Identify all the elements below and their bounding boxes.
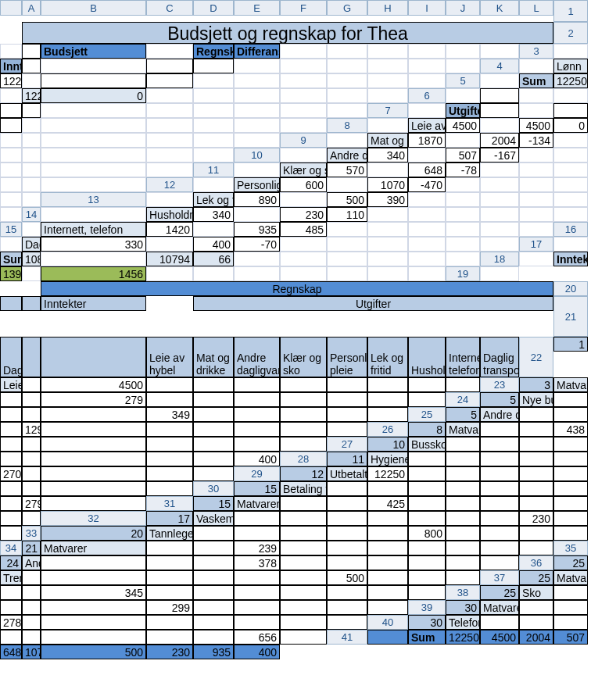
- trans-val[interactable]: [519, 600, 553, 615]
- cell[interactable]: [367, 207, 408, 222]
- trans-label[interactable]: Hygieneartikler: [367, 452, 408, 466]
- cell[interactable]: [408, 44, 446, 59]
- trans-val[interactable]: [480, 511, 519, 526]
- cell[interactable]: [280, 59, 327, 73]
- spreadsheet-grid[interactable]: ABCDEFGHIJKL1Budsjett og regnskap for Th…: [0, 0, 616, 659]
- row-header[interactable]: 33: [22, 526, 41, 541]
- trans-val[interactable]: [22, 615, 41, 630]
- col-header[interactable]: [0, 0, 22, 16]
- trans-val[interactable]: [446, 570, 480, 585]
- cell[interactable]: [327, 59, 367, 73]
- trans-sum-val[interactable]: 2004: [519, 630, 553, 645]
- cell[interactable]: [367, 118, 408, 133]
- regnskap-val[interactable]: 1456: [41, 266, 146, 281]
- trans-label[interactable]: Matvarer: [553, 377, 588, 392]
- trans-val[interactable]: 278: [0, 615, 22, 630]
- col-label[interactable]: Daglig transport: [480, 337, 519, 377]
- trans-val[interactable]: [146, 585, 193, 600]
- trans-val[interactable]: [553, 615, 588, 630]
- diff-val[interactable]: -70: [234, 237, 280, 252]
- row-header[interactable]: 18: [480, 252, 519, 266]
- trans-val[interactable]: [327, 481, 367, 496]
- cell[interactable]: [41, 118, 146, 133]
- cell[interactable]: [22, 162, 41, 177]
- row-header[interactable]: 4: [480, 59, 519, 73]
- trans-val[interactable]: [446, 466, 480, 481]
- trans-val[interactable]: [327, 511, 367, 526]
- col-header[interactable]: G: [327, 0, 367, 16]
- trans-val[interactable]: [553, 600, 588, 615]
- cell[interactable]: [553, 192, 588, 207]
- cell[interactable]: [0, 148, 22, 162]
- trans-val[interactable]: [41, 437, 146, 452]
- cell[interactable]: [22, 73, 41, 88]
- trans-val[interactable]: [367, 377, 408, 392]
- col-label[interactable]: [22, 337, 41, 377]
- cell[interactable]: [408, 73, 446, 88]
- cell[interactable]: [480, 207, 519, 222]
- row-header[interactable]: 11: [193, 162, 234, 177]
- trans-val[interactable]: [519, 452, 553, 466]
- trans-val[interactable]: [480, 481, 519, 496]
- budget-label[interactable]: Personlig pleie: [234, 177, 280, 192]
- trans-val[interactable]: [480, 541, 519, 555]
- trans-val[interactable]: [553, 496, 588, 511]
- trans-val[interactable]: [327, 422, 367, 437]
- diff-val[interactable]: [193, 59, 234, 73]
- trans-label[interactable]: Tannlege: [146, 526, 193, 541]
- trans-val[interactable]: [146, 570, 193, 585]
- regnskap-val[interactable]: 1070: [367, 177, 408, 192]
- cell[interactable]: [41, 103, 146, 118]
- trans-val[interactable]: [0, 496, 22, 511]
- trans-val[interactable]: [22, 466, 41, 481]
- cell[interactable]: [367, 266, 408, 281]
- trans-val[interactable]: [280, 585, 327, 600]
- budget-label[interactable]: Sum: [0, 252, 22, 266]
- trans-label[interactable]: Matvarer: [446, 422, 480, 437]
- regnskap-val[interactable]: 230: [280, 207, 327, 222]
- cell[interactable]: [408, 266, 446, 281]
- cell[interactable]: [446, 237, 480, 252]
- trans-val[interactable]: [553, 452, 588, 466]
- regnskap-val[interactable]: 507: [446, 148, 480, 162]
- trans-val[interactable]: [22, 407, 41, 422]
- trans-dag[interactable]: 25: [519, 570, 553, 585]
- trans-val[interactable]: [234, 511, 280, 526]
- trans-val[interactable]: [327, 392, 367, 407]
- cell[interactable]: [234, 103, 280, 118]
- trans-val[interactable]: [41, 481, 146, 496]
- cell[interactable]: [480, 266, 519, 281]
- budget-val[interactable]: 1870: [408, 133, 446, 148]
- trans-val[interactable]: [193, 630, 234, 645]
- cell[interactable]: [22, 148, 41, 162]
- trans-val[interactable]: [22, 600, 41, 615]
- cell[interactable]: [446, 44, 480, 59]
- trans-val[interactable]: [367, 555, 408, 570]
- col-header[interactable]: E: [234, 0, 280, 16]
- trans-val[interactable]: [193, 555, 234, 570]
- cell[interactable]: [408, 207, 446, 222]
- cell[interactable]: [408, 148, 446, 162]
- budget-val[interactable]: 340: [193, 207, 234, 222]
- trans-val[interactable]: [280, 377, 327, 392]
- trans-val[interactable]: [367, 585, 408, 600]
- trans-val[interactable]: [146, 452, 193, 466]
- regnskap-val[interactable]: 400: [193, 237, 234, 252]
- trans-dag[interactable]: 24: [0, 555, 22, 570]
- trans-val[interactable]: [408, 541, 446, 555]
- trans-val[interactable]: [280, 511, 327, 526]
- budget-val[interactable]: 1390: [0, 266, 22, 281]
- row-header[interactable]: 22: [519, 337, 553, 377]
- budget-label[interactable]: Inntekter - utgifter: [553, 252, 588, 266]
- trans-val[interactable]: [280, 630, 327, 645]
- trans-val[interactable]: [193, 422, 234, 437]
- cell[interactable]: [193, 118, 234, 133]
- cell[interactable]: [146, 118, 193, 133]
- row-header[interactable]: 31: [146, 496, 193, 511]
- trans-val[interactable]: [367, 570, 408, 585]
- trans-val[interactable]: [280, 615, 327, 630]
- trans-val[interactable]: [327, 526, 367, 541]
- trans-val[interactable]: [22, 585, 41, 600]
- row-header[interactable]: 32: [41, 511, 146, 526]
- trans-val[interactable]: 349: [146, 407, 193, 422]
